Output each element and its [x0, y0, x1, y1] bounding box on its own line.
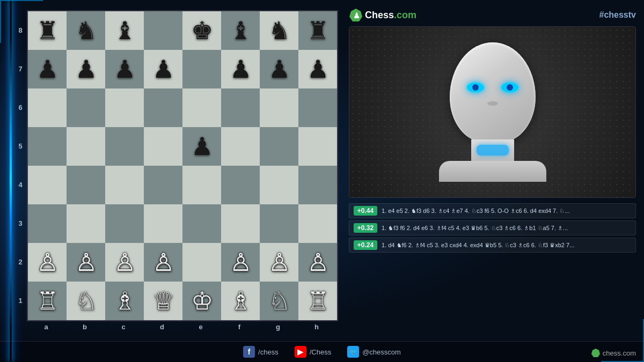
- chess-logo-icon: ♟: [349, 8, 363, 22]
- cell-5e[interactable]: ♟: [182, 127, 221, 166]
- cell-4a[interactable]: [28, 166, 67, 204]
- cell-8g[interactable]: ♞: [260, 11, 298, 50]
- cell-2g[interactable]: ♙: [260, 243, 298, 282]
- move-item-1: +0.321. ♞f3 f6 2. d4 e6 3. ♗f4 c5 4. e3 …: [349, 220, 636, 235]
- cell-2f[interactable]: ♙: [221, 243, 260, 282]
- cell-2h[interactable]: ♙: [298, 243, 337, 282]
- cell-8c[interactable]: ♝: [105, 11, 144, 50]
- cell-7a[interactable]: ♟: [28, 50, 67, 88]
- cell-8d[interactable]: [144, 11, 182, 50]
- piece-bp-7b: ♟: [75, 57, 97, 82]
- piece-bp-7h: ♟: [307, 57, 329, 82]
- cell-3e[interactable]: [182, 204, 221, 243]
- piece-wp-2g: ♙: [268, 250, 290, 275]
- cell-3c[interactable]: [105, 204, 144, 243]
- cell-6b[interactable]: [67, 88, 105, 127]
- cell-3b[interactable]: [67, 204, 105, 243]
- piece-wp-2h: ♙: [307, 250, 329, 275]
- cell-1a[interactable]: ♖: [28, 282, 67, 320]
- cell-1e[interactable]: ♔: [182, 282, 221, 320]
- cell-7e[interactable]: [182, 50, 221, 88]
- cell-3d[interactable]: [144, 204, 182, 243]
- eval-badge-2: +0.24: [354, 240, 377, 250]
- piece-br-8h: ♜: [307, 18, 329, 43]
- rank-7: 7: [16, 50, 25, 88]
- cell-7d[interactable]: ♟: [144, 50, 182, 88]
- file-labels: a b c d e f g h: [27, 323, 338, 331]
- cell-8f[interactable]: ♝: [221, 11, 260, 50]
- robot-nose: [487, 101, 498, 106]
- file-c: c: [104, 323, 143, 331]
- piece-wp-2d: ♙: [152, 250, 174, 275]
- cell-4d[interactable]: [144, 166, 182, 204]
- cell-7c[interactable]: ♟: [105, 50, 144, 88]
- cell-8e[interactable]: ♚: [182, 11, 221, 50]
- cell-4b[interactable]: [67, 166, 105, 204]
- cell-8h[interactable]: ♜: [298, 11, 337, 50]
- piece-bp-7g: ♟: [268, 57, 290, 82]
- cell-7f[interactable]: ♟: [221, 50, 260, 88]
- cell-1b[interactable]: ♘: [67, 282, 105, 320]
- cell-5b[interactable]: [67, 127, 105, 166]
- file-d: d: [143, 323, 181, 331]
- robot-eye-right: [501, 83, 518, 92]
- robot-head: [450, 42, 536, 142]
- board-wrapper: 8 7 6 5 4 3 2 1 ♜♞♝♚♝♞♜♟♟♟♟♟♟♟♟♙♙♙♙♙♙♙♖♘…: [16, 10, 338, 331]
- cell-3a[interactable]: [28, 204, 67, 243]
- piece-wb-1f: ♗: [230, 289, 252, 313]
- cell-2d[interactable]: ♙: [144, 243, 182, 282]
- cell-5h[interactable]: [298, 127, 337, 166]
- robot-shoulders: [439, 161, 546, 182]
- cell-7h[interactable]: ♟: [298, 50, 337, 88]
- cell-3f[interactable]: [221, 204, 260, 243]
- piece-wn-1b: ♘: [75, 289, 97, 313]
- cell-7b[interactable]: ♟: [67, 50, 105, 88]
- cell-4c[interactable]: [105, 166, 144, 204]
- move-item-2: +0.241. d4 ♞f6 2. ♗f4 c5 3. e3 cxd4 4. e…: [349, 238, 636, 253]
- cell-4f[interactable]: [221, 166, 260, 204]
- cell-1h[interactable]: ♖: [298, 282, 337, 320]
- piece-wp-2a: ♙: [36, 250, 58, 275]
- cell-3g[interactable]: [260, 204, 298, 243]
- cell-6c[interactable]: [105, 88, 144, 127]
- cell-5a[interactable]: [28, 127, 67, 166]
- cell-2e[interactable]: [182, 243, 221, 282]
- cell-4e[interactable]: [182, 166, 221, 204]
- cell-1c[interactable]: ♗: [105, 282, 144, 320]
- cell-4h[interactable]: [298, 166, 337, 204]
- cell-6f[interactable]: [221, 88, 260, 127]
- cell-1d[interactable]: ♕: [144, 282, 182, 320]
- piece-wp-2f: ♙: [230, 250, 252, 275]
- piece-bn-8b: ♞: [75, 18, 97, 43]
- cell-6d[interactable]: [144, 88, 182, 127]
- file-b: b: [65, 323, 104, 331]
- piece-wr-1a: ♖: [36, 289, 58, 313]
- piece-wb-1c: ♗: [114, 289, 136, 313]
- cell-1f[interactable]: ♗: [221, 282, 260, 320]
- piece-wp-2c: ♙: [114, 250, 136, 275]
- cell-5f[interactable]: [221, 127, 260, 166]
- corner-accent-br: [601, 319, 644, 362]
- cell-7g[interactable]: ♟: [260, 50, 298, 88]
- cell-1g[interactable]: ♘: [260, 282, 298, 320]
- cell-5d[interactable]: [144, 127, 182, 166]
- move-list-area: +0.441. e4 e5 2. ♞f3 d6 3. ♗c4 ♗e7 4. ♘c…: [349, 203, 636, 357]
- robot-background: [349, 27, 635, 197]
- rank-3: 3: [16, 204, 25, 243]
- file-e: e: [181, 323, 220, 331]
- cell-6g[interactable]: [260, 88, 298, 127]
- cell-2a[interactable]: ♙: [28, 243, 67, 282]
- cell-2b[interactable]: ♙: [67, 243, 105, 282]
- cell-6h[interactable]: [298, 88, 337, 127]
- cell-2c[interactable]: ♙: [105, 243, 144, 282]
- cell-5c[interactable]: [105, 127, 144, 166]
- cell-3h[interactable]: [298, 204, 337, 243]
- cell-8b[interactable]: ♞: [67, 11, 105, 50]
- board-area: 8 7 6 5 4 3 2 1 ♜♞♝♚♝♞♜♟♟♟♟♟♟♟♟♙♙♙♙♙♙♙♖♘…: [0, 0, 343, 362]
- cell-6e[interactable]: [182, 88, 221, 127]
- cell-6a[interactable]: [28, 88, 67, 127]
- cell-5g[interactable]: [260, 127, 298, 166]
- piece-bp-7f: ♟: [230, 57, 252, 82]
- cell-4g[interactable]: [260, 166, 298, 204]
- corner-accent-tl: [0, 0, 43, 43]
